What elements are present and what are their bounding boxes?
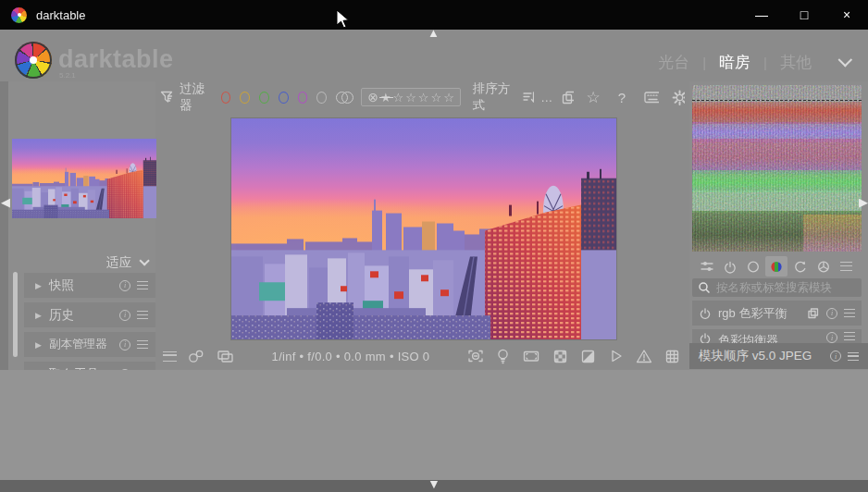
exif-info: 1/inf • f/0.0 • 0.0 mm • ISO 0 xyxy=(235,350,466,363)
module-order-bar[interactable]: 模块顺序 v5.0 JPEG i xyxy=(689,343,868,369)
maximize-button[interactable]: □ xyxy=(783,0,825,30)
section-snapshots[interactable]: ▶ 快照 i xyxy=(24,273,155,298)
darktable-logo-icon xyxy=(11,7,27,23)
darkroom-image[interactable] xyxy=(231,118,616,339)
reset-icon[interactable]: i xyxy=(826,308,837,319)
tab-darkroom[interactable]: 暗房 xyxy=(719,52,750,73)
color-label-yellow-icon[interactable] xyxy=(240,92,250,104)
presets-menu-icon[interactable] xyxy=(844,332,855,340)
darktable-logo xyxy=(15,42,52,79)
color-label-red-icon[interactable] xyxy=(221,92,231,104)
duplicate-instance-icon[interactable] xyxy=(807,307,820,319)
module-label: rgb 色彩平衡 xyxy=(718,305,800,322)
sort-order-icon[interactable] xyxy=(521,89,534,105)
module-color-equalizer[interactable]: 色彩均衡器 i xyxy=(692,329,862,344)
navigation-thumbnail[interactable] xyxy=(12,139,156,218)
correct-group-icon[interactable] xyxy=(789,256,812,277)
reset-icon[interactable]: i xyxy=(119,310,130,321)
zoom-mode-dropdown[interactable]: 适应 xyxy=(24,252,155,274)
color-label-blue-icon[interactable] xyxy=(279,92,289,104)
filter-funnel-icon[interactable] xyxy=(159,89,173,106)
module-power-icon[interactable] xyxy=(699,307,712,320)
active-modules-icon[interactable] xyxy=(696,256,718,277)
reset-icon[interactable]: i xyxy=(830,351,841,362)
filter-toolbar: 过滤器 ⊗ ★ ☆ ☆ ☆ ☆ ☆ 排序方式 … ☆ ? xyxy=(159,85,685,109)
color-label-all-icon[interactable] xyxy=(336,92,351,104)
collapse-left-panel-arrow[interactable]: ◀ xyxy=(1,196,10,208)
ellipsis-label: … xyxy=(540,91,553,105)
tab-other[interactable]: 其他 xyxy=(780,52,812,73)
focus-peaking-icon[interactable] xyxy=(466,348,485,364)
presets-menu-icon[interactable] xyxy=(836,256,858,277)
expand-right-panel-arrow[interactable]: ▶ xyxy=(859,196,868,208)
grouping-icon[interactable] xyxy=(560,89,574,105)
section-label: 快照 xyxy=(49,277,112,294)
section-history[interactable]: ▶ 历史 i xyxy=(24,302,155,327)
close-button[interactable]: × xyxy=(825,0,868,30)
star-icon[interactable]: ☆ xyxy=(418,92,429,104)
gamut-check-icon[interactable] xyxy=(552,348,569,364)
reset-icon[interactable]: i xyxy=(119,280,130,291)
presets-menu-icon[interactable] xyxy=(848,352,859,361)
presets-menu-icon[interactable] xyxy=(844,309,855,317)
scope-clip-indicator xyxy=(692,100,862,101)
presets-menu-icon[interactable] xyxy=(137,340,148,349)
window-title: darktable xyxy=(36,8,85,22)
color-group-icon[interactable] xyxy=(765,256,787,277)
module-groups-bar xyxy=(692,256,862,277)
module-search-input[interactable] xyxy=(716,281,855,294)
minimize-button[interactable]: — xyxy=(740,0,783,30)
favorite-star-icon[interactable]: ☆ xyxy=(586,90,600,105)
full-preview-icon[interactable] xyxy=(521,348,541,364)
reset-icon[interactable]: i xyxy=(119,339,130,351)
module-color-balance-rgb[interactable]: rgb 色彩平衡 i xyxy=(692,301,862,326)
preferences-gear-icon[interactable] xyxy=(671,89,685,106)
star-icon[interactable]: ☆ xyxy=(443,92,454,104)
toolbar-menu-icon[interactable] xyxy=(163,351,177,362)
guides-grid-icon[interactable] xyxy=(663,348,681,364)
sort-label: 排序方式 xyxy=(473,80,513,114)
star-threshold-icon[interactable]: ★ xyxy=(380,92,391,104)
section-label: 历史 xyxy=(49,307,112,324)
expander-triangle-icon[interactable]: ▶ xyxy=(35,340,42,350)
warning-icon[interactable] xyxy=(635,348,653,364)
color-label-green-icon[interactable] xyxy=(259,92,269,104)
filter-label: 过滤器 xyxy=(180,80,209,114)
app-version: 5.2.1 xyxy=(59,71,76,80)
shortcuts-keyboard-icon[interactable] xyxy=(643,90,659,105)
module-order-label: 模块顺序 v5.0 JPEG xyxy=(699,348,824,364)
color-label-gray-icon[interactable] xyxy=(316,92,327,104)
left-panel-scrollbar[interactable] xyxy=(13,272,18,357)
bottom-strip: ▼ xyxy=(0,480,868,492)
reject-icon[interactable]: ⊗ xyxy=(367,91,378,104)
star-icon[interactable]: ☆ xyxy=(431,92,442,104)
expander-triangle-icon[interactable]: ▶ xyxy=(35,311,42,320)
waveform-scope[interactable] xyxy=(692,85,862,252)
base-group-power-icon[interactable] xyxy=(719,256,741,277)
overexposure-icon[interactable] xyxy=(579,348,597,364)
reset-icon[interactable]: i xyxy=(826,332,837,343)
color-assessment-circles-icon[interactable] xyxy=(187,348,205,364)
iso12646-bulb-icon[interactable] xyxy=(495,348,511,365)
expander-triangle-icon[interactable]: ▶ xyxy=(35,281,42,290)
section-duplicate-manager[interactable]: ▶ 副本管理器 i xyxy=(24,332,155,357)
search-icon xyxy=(698,281,711,294)
help-button[interactable]: ? xyxy=(614,90,629,105)
presets-menu-icon[interactable] xyxy=(137,311,148,319)
softproof-icon[interactable] xyxy=(607,348,625,364)
tone-group-icon[interactable] xyxy=(742,256,764,277)
collapse-top-panel-arrow[interactable]: ▲ xyxy=(428,27,440,39)
second-window-icon[interactable] xyxy=(216,348,235,364)
effects-group-icon[interactable] xyxy=(812,256,835,277)
view-switcher: 光台 | 暗房 | 其他 xyxy=(658,52,848,73)
star-icon[interactable]: ☆ xyxy=(405,92,416,104)
left-panel-edge xyxy=(0,81,8,370)
color-label-purple-icon[interactable] xyxy=(298,92,308,104)
collapse-filmstrip-arrow[interactable]: ▼ xyxy=(428,477,440,490)
section-label: 副本管理器 xyxy=(49,337,112,352)
presets-menu-icon[interactable] xyxy=(137,281,148,289)
filmstrip-overlay: 当前集合中无图像 xyxy=(0,370,868,480)
zoom-chevron-down-icon xyxy=(139,255,149,265)
star-icon[interactable]: ☆ xyxy=(393,92,404,104)
tab-lighttable[interactable]: 光台 xyxy=(658,52,689,73)
